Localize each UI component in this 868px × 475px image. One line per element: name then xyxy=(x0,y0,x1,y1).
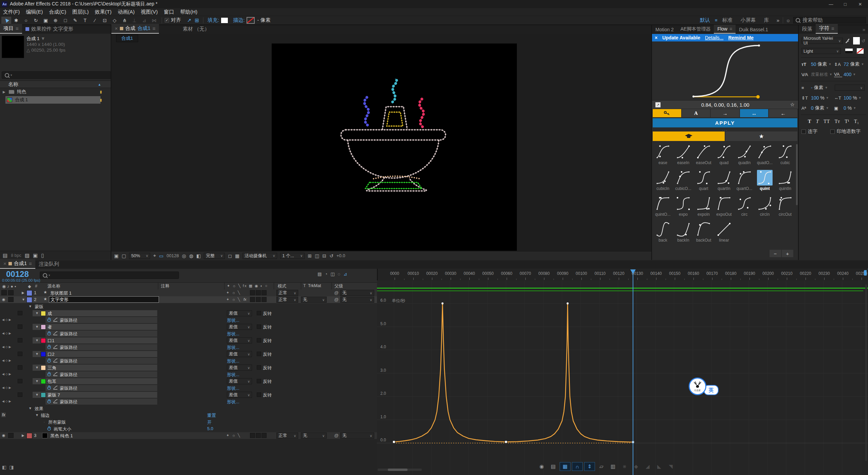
keyframe-nav[interactable]: ◀◇▶ xyxy=(2,400,12,403)
grid-zoom-in-button[interactable]: + xyxy=(782,250,793,257)
minimize-button[interactable]: — xyxy=(824,0,838,8)
layer-color-swatch[interactable] xyxy=(26,297,32,303)
ime-logo-circle[interactable]: 行态君 xyxy=(689,377,706,395)
playhead-line[interactable] xyxy=(633,269,633,475)
layer-expander[interactable]: ▼ xyxy=(22,298,25,301)
preset-circ[interactable]: circ xyxy=(734,196,755,217)
stopwatch-icon[interactable] xyxy=(47,425,52,431)
mask-name[interactable]: 者 xyxy=(48,324,52,330)
keyframe-peak[interactable] xyxy=(567,302,569,304)
tab-close-icon[interactable]: × xyxy=(115,25,118,31)
preset-quad[interactable]: quad xyxy=(714,144,734,165)
clone-stamp-tool[interactable]: ⊡ xyxy=(100,17,110,24)
fx-badge[interactable]: fx xyxy=(1,412,6,417)
auto-zoom-icon[interactable]: ⇕ xyxy=(584,462,595,471)
mask-color-swatch[interactable] xyxy=(41,365,46,370)
tab-paragraph[interactable]: 段落 xyxy=(799,24,816,34)
preset-cubic[interactable]: cubic xyxy=(775,144,795,165)
fill-swatch[interactable] xyxy=(221,17,228,23)
timeline-row[interactable]: ▼口2差值∨反转 xyxy=(0,351,377,357)
switch-icon[interactable]: ╲ xyxy=(238,291,240,295)
menu-item-帮助(H)[interactable]: 帮助(H) xyxy=(177,9,200,15)
panel-menu-icon[interactable]: ≡ xyxy=(16,25,19,31)
mask-color-swatch[interactable] xyxy=(41,379,46,384)
audio-well[interactable] xyxy=(8,290,14,295)
tab-duik-bassel.1[interactable]: Duik Bassel.1 xyxy=(736,25,772,34)
workspace-gear-icon[interactable]: ☼ xyxy=(783,17,793,23)
preset-expo[interactable]: expo xyxy=(673,196,693,217)
shape-link[interactable]: 形状... xyxy=(227,385,239,391)
grid-zoom-out-button[interactable]: − xyxy=(770,250,781,257)
menu-item-文件(F)[interactable]: 文件(F) xyxy=(0,9,23,15)
switch-icon[interactable]: ✦ xyxy=(226,433,229,438)
tsume-value[interactable]: 0 xyxy=(844,105,846,111)
kerning-value[interactable]: 度量标准 xyxy=(811,72,828,77)
stroke-width-value[interactable]: - 像素 xyxy=(257,17,271,23)
workspace-库[interactable]: 库 xyxy=(760,17,773,23)
mask-mode-select[interactable]: 差值∨ xyxy=(227,324,252,330)
pen-tool[interactable]: ✎ xyxy=(70,17,80,24)
project-search-input[interactable]: ▾ xyxy=(2,71,111,79)
timeline-row[interactable]: 画笔大小5.0 xyxy=(0,425,377,432)
safe-margins-icon[interactable]: ⌖ xyxy=(153,253,156,259)
menu-item-合成(C)[interactable]: 合成(C) xyxy=(46,9,69,15)
mode-select[interactable]: 正常∨ xyxy=(276,433,298,439)
switch-icon[interactable]: ☼ xyxy=(232,291,235,295)
mask-mode-select[interactable]: 差值∨ xyxy=(227,392,252,398)
update-remind-link[interactable]: Remind Me xyxy=(728,35,754,40)
shy-toggle-icon[interactable]: ◧ xyxy=(2,464,6,470)
preset-circOut[interactable]: circOut xyxy=(775,196,795,217)
timeline-row[interactable]: ▼成差值∨反转 xyxy=(0,310,377,317)
stopwatch-icon[interactable] xyxy=(47,317,52,322)
layer-expander[interactable]: ▶ xyxy=(22,291,24,295)
sort-asc-icon[interactable]: ▲ xyxy=(98,83,101,86)
preset-expoOut[interactable]: expoOut xyxy=(714,196,734,217)
comp-mini-flowchart-icon[interactable]: ▤ xyxy=(318,271,322,277)
presets-tab[interactable] xyxy=(653,131,725,141)
fit-selection-icon[interactable]: ▱ xyxy=(596,462,607,471)
mode-select[interactable]: 正常∨ xyxy=(276,297,298,303)
parent-pickwhip-icon[interactable]: @ xyxy=(334,433,339,438)
timeline-row[interactable]: fx▼描边重置 xyxy=(0,412,377,419)
stopwatch-icon[interactable] xyxy=(47,385,52,390)
parent-select[interactable]: 无∨ xyxy=(340,290,374,296)
eye-icon[interactable]: ◉ xyxy=(2,297,5,302)
project-item[interactable]: 合成 1▮ xyxy=(0,96,111,104)
magnification-select[interactable]: 50%∨ xyxy=(129,253,150,259)
eyedropper-icon[interactable] xyxy=(845,38,849,43)
parent-select[interactable]: 无∨ xyxy=(340,433,374,439)
mask-name[interactable]: 口2 xyxy=(48,351,54,357)
mask-mode-select[interactable]: 差值∨ xyxy=(227,365,252,371)
project-item[interactable]: ▶纯色▮ xyxy=(0,88,111,96)
panel-menu-icon[interactable]: ≡ xyxy=(29,261,32,266)
preset-backIn[interactable]: backIn xyxy=(673,222,693,243)
frame-number[interactable]: 00128 xyxy=(167,253,179,258)
frame-blend-icon[interactable]: ◫ xyxy=(330,271,334,277)
switch-well[interactable] xyxy=(261,433,267,438)
graph-editor-icon[interactable]: ⊿ xyxy=(343,271,347,277)
stroke-color-swatch[interactable] xyxy=(856,48,864,54)
tab-motion-2[interactable]: Motion 2 xyxy=(652,25,677,34)
timeline-row[interactable]: ▼口1差值∨反转 xyxy=(0,337,377,344)
workspace-overflow[interactable]: » xyxy=(777,17,779,23)
tab-composition[interactable]: × 合成 合成1 ≡ xyxy=(111,24,159,34)
mask-path-label[interactable]: 蒙版路径 xyxy=(60,345,77,351)
update-details-link[interactable]: Details... xyxy=(705,35,723,40)
faux-bold-button[interactable]: T xyxy=(808,119,811,124)
mask-well[interactable] xyxy=(18,311,22,315)
timeline-row[interactable]: ◀◇▶蒙版路径形状... xyxy=(0,398,377,405)
preset-quintO[interactable]: quintO... xyxy=(653,196,673,217)
mask-well[interactable] xyxy=(18,324,22,329)
invert-checkbox[interactable] xyxy=(257,379,261,383)
property-name[interactable]: 所有蒙版 xyxy=(48,419,66,425)
unified-camera-tool[interactable]: ▣ xyxy=(41,17,51,24)
tab-project[interactable]: 项目≡ xyxy=(0,24,22,34)
effect-expander[interactable]: ▼ xyxy=(35,413,39,417)
column-mode[interactable]: 模式 xyxy=(278,283,286,289)
font-style-select[interactable]: Light∨ xyxy=(801,48,841,54)
mask-mode-select[interactable]: 差值∨ xyxy=(227,310,252,316)
keyframe-peak[interactable] xyxy=(441,302,444,304)
keyframe-nav[interactable]: ◀◇▶ xyxy=(2,359,12,362)
switches-modes-toggle-icon[interactable]: ◨ xyxy=(9,464,14,470)
pan-behind-tool[interactable]: ⊕ xyxy=(51,17,60,24)
